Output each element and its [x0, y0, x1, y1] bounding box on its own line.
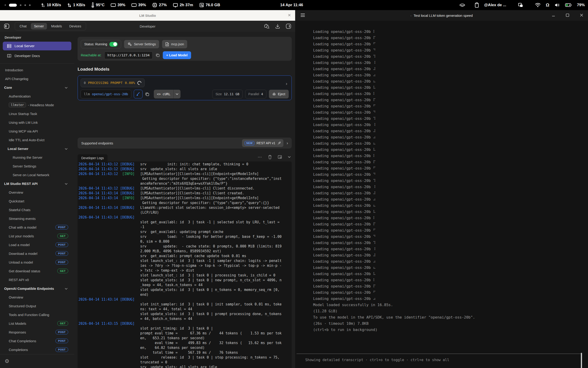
server-url[interactable]: http://127.0.0.1:1234: [104, 52, 152, 59]
sidebar-item[interactable]: Local Server: [0, 144, 74, 153]
chevron-right-icon[interactable]: ›: [286, 81, 287, 86]
gpu-stat-1[interactable]: 39%: [111, 3, 125, 7]
maximize-icon[interactable]: [565, 13, 570, 18]
sidebar-item[interactable]: Chat with a model POST: [0, 223, 74, 232]
minimize-icon[interactable]: [551, 13, 556, 18]
sidebar-item[interactable]: Get download status GET: [0, 267, 74, 275]
sidebar-item[interactable]: Load a model POST: [0, 240, 74, 249]
clipboard-user-text[interactable]: @Alex de ...: [484, 3, 506, 7]
clipboard-icon[interactable]: [474, 2, 479, 8]
sidebar-item[interactable]: llmster - Headless Mode: [0, 101, 74, 109]
sidebar-item[interactable]: LM Studio REST API: [0, 179, 74, 188]
copy-icon[interactable]: [156, 53, 160, 57]
net-download-stat[interactable]: 10 KB/s: [41, 2, 61, 8]
gpu-stat-2[interactable]: 39%: [131, 3, 146, 7]
sidebar-item[interactable]: List Models GET: [0, 319, 74, 328]
lm-studio-titlebar[interactable]: LM Studio ✕: [0, 10, 295, 21]
developer-logs-tab[interactable]: Developer Logs: [78, 154, 107, 161]
sidebar-item[interactable]: Core: [0, 83, 74, 92]
net-upload-stat[interactable]: 1 KB/s: [67, 2, 85, 8]
sidebar-item[interactable]: Responses POST: [0, 328, 74, 337]
mcp-json-button[interactable]: mcp.json: [162, 40, 187, 48]
open-panel-icon[interactable]: [278, 155, 282, 159]
mode-tab[interactable]: Devices: [66, 23, 85, 29]
sidebar-item[interactable]: Serve on Local Network: [0, 170, 74, 179]
gear-icon[interactable]: ⚙: [5, 358, 9, 364]
scrollbar-thumb[interactable]: [581, 353, 582, 368]
developer-logs-panel[interactable]: 2026-04-14 11:43:12 [DEBUG]srv init: ini…: [78, 161, 292, 368]
sidebar-item[interactable]: Running the Server: [0, 153, 74, 162]
menubar-clock[interactable]: 14 Apr 11:46: [280, 0, 303, 10]
mode-tab[interactable]: Chat: [16, 23, 30, 29]
supported-endpoints-card[interactable]: Supported endpoints NEW REST API v1 ›: [78, 138, 292, 148]
chevron-right-icon[interactable]: ›: [287, 140, 288, 146]
curl-dropdown[interactable]: <> cURL: [154, 90, 180, 98]
sidebar-item-label: LM Studio REST API: [4, 182, 38, 186]
load-model-button[interactable]: + Load Model: [163, 51, 191, 59]
sidebar-item[interactable]: OpenAI Compatible Endpoints: [0, 284, 74, 293]
sidebar-item[interactable]: Streaming events: [0, 214, 74, 223]
cpu-stat[interactable]: 27%: [152, 2, 167, 8]
rest-api-button[interactable]: NEW REST API v1: [242, 139, 284, 147]
wifi-icon[interactable]: [535, 3, 541, 7]
sidebar-item[interactable]: Linux Startup Task: [0, 109, 74, 118]
sidebar-item[interactable]: Quickstart: [0, 197, 74, 205]
memory-stat[interactable]: 76.0 GB: [199, 2, 220, 8]
model-search-icon[interactable]: [264, 23, 270, 29]
eject-button[interactable]: Eject: [269, 90, 289, 98]
sidebar-item[interactable]: REST API v0: [0, 275, 74, 284]
sidebar-item[interactable]: Stateful Chats: [0, 205, 74, 214]
sidebar-item[interactable]: Server Settings: [0, 162, 74, 170]
log-line: _keep = 44, task.n_tokens = 44: [78, 283, 292, 287]
loaded-model-card[interactable]: 0 PROCESSING PROMPT 0.00% › llm openai/g…: [78, 75, 292, 100]
sidebar-item[interactable]: Overview: [0, 188, 74, 197]
log-line: slot launch_slot_: id 3 | task 0 | proce…: [78, 273, 292, 278]
log-line: slot launch_slot_: id 3 | task -1 | samp…: [78, 258, 292, 263]
chevron-down-icon[interactable]: [288, 156, 291, 158]
mode-tab[interactable]: Server: [31, 23, 47, 29]
speaker-icon[interactable]: [554, 3, 560, 7]
model-identifier-pill[interactable]: llm openai/gpt-oss-20b: [81, 90, 131, 98]
more-options-icon[interactable]: ⋯: [258, 154, 262, 160]
sidebar-item[interactable]: Using MCP via API: [0, 127, 74, 136]
sidebar-item[interactable]: Overview: [0, 293, 74, 302]
sidebar-toggle-icon[interactable]: [4, 23, 10, 29]
terminal-titlebar[interactable]: · Test local LLM token generation speed: [295, 10, 588, 21]
sidebar-item[interactable]: Authentication: [0, 92, 74, 101]
uptime-stat[interactable]: 2h 37m: [173, 2, 193, 8]
temperature-stat[interactable]: 95°C: [91, 2, 104, 8]
sidebar-item[interactable]: Chat Completions POST: [0, 337, 74, 345]
download-icon[interactable]: [275, 23, 280, 29]
sidebar-item[interactable]: Tools and Function Calling: [0, 310, 74, 319]
omega-icon[interactable]: Ω: [546, 2, 549, 8]
paintbrush-button[interactable]: [134, 90, 142, 98]
sidebar-item-developer-docs[interactable]: Developer Docs: [3, 52, 71, 60]
sidebar-item[interactable]: Introduction: [0, 65, 74, 74]
mode-tab[interactable]: Models: [48, 23, 65, 29]
chevron-down-icon[interactable]: [174, 93, 180, 95]
close-icon[interactable]: ✕: [288, 13, 291, 18]
terminal-body[interactable]: Loading openai/gpt-oss-20b ⠇Loading open…: [295, 21, 588, 368]
sidebar-item-local-server[interactable]: Local Server: [3, 42, 71, 50]
windows-stack-icon[interactable]: [518, 2, 523, 8]
eye-icon[interactable]: [459, 3, 465, 7]
sidebar-item[interactable]: Unload a model POST: [0, 258, 74, 267]
menubar-hidden-apps[interactable]: [5, 4, 31, 7]
copy-icon[interactable]: [145, 92, 149, 96]
sidebar-item[interactable]: Completions POST: [0, 345, 74, 354]
log-line: slot update_slots: id 3 | task 0 | promp…: [78, 312, 292, 316]
sidebar-item[interactable]: Idle TTL and Auto-Evict: [0, 136, 74, 144]
trash-icon[interactable]: [268, 155, 272, 159]
sidebar-item[interactable]: List your models GET: [0, 232, 74, 240]
sidebar-item-label: Linux Startup Task: [9, 112, 37, 116]
server-toggle[interactable]: [109, 42, 118, 47]
battery-icon[interactable]: [565, 3, 572, 7]
server-settings-button[interactable]: Server Settings: [124, 40, 159, 48]
hamburger-menu-icon[interactable]: [300, 13, 305, 17]
right-panel-icon[interactable]: [285, 23, 292, 29]
close-icon[interactable]: [579, 13, 584, 18]
sidebar-item[interactable]: Structured Output: [0, 302, 74, 310]
sidebar-item[interactable]: API Changelog: [0, 74, 74, 83]
sidebar-item[interactable]: Download a model POST: [0, 249, 74, 258]
sidebar-item[interactable]: Using with LM Link: [0, 118, 74, 127]
